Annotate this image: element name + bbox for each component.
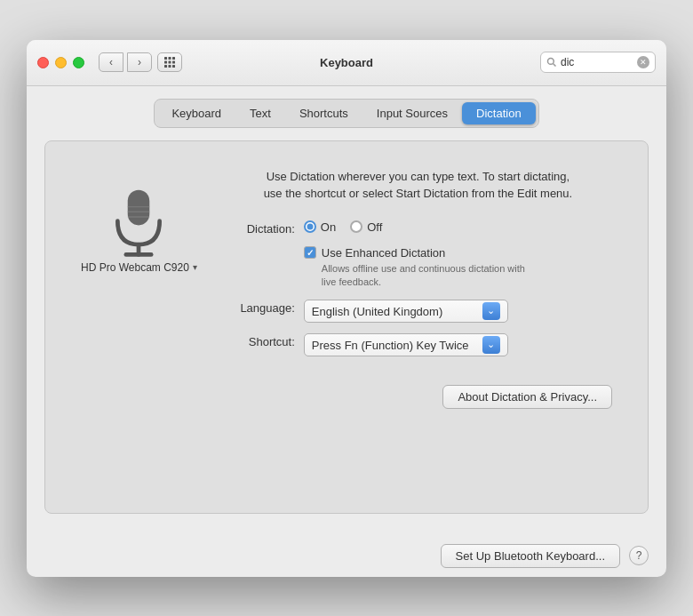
main-panel: HD Pro Webcam C920 ▾ Use Dictation where… [44, 140, 649, 514]
dictation-off-radio[interactable] [350, 220, 362, 233]
tab-input-sources[interactable]: Input Sources [362, 102, 462, 124]
settings-section: Use Dictation wherever you can type text… [224, 168, 612, 368]
content-area: Keyboard Text Shortcuts Input Sources Di… [27, 86, 666, 532]
tab-shortcuts[interactable]: Shortcuts [285, 102, 362, 124]
dictation-content: HD Pro Webcam C920 ▾ Use Dictation where… [81, 168, 612, 368]
tab-keyboard[interactable]: Keyboard [157, 102, 235, 124]
svg-rect-3 [164, 61, 167, 64]
svg-rect-1 [169, 57, 171, 60]
svg-rect-4 [169, 61, 171, 64]
search-icon [546, 57, 557, 68]
dictation-on-option[interactable]: On [304, 220, 336, 234]
dictation-toggle-row: Dictation: On Off [224, 220, 612, 236]
svg-rect-0 [164, 57, 167, 60]
about-dictation-button[interactable]: About Dictation & Privacy... [442, 385, 612, 409]
language-select[interactable]: English (United Kingdom) [304, 300, 508, 323]
shortcut-row: Shortcut: Press Fn (Function) Key Twice [224, 333, 612, 356]
enhanced-spacer [224, 246, 304, 248]
dictation-radio-group: On Off [304, 220, 382, 234]
shortcut-label: Shortcut: [224, 333, 304, 348]
dictation-on-radio[interactable] [304, 220, 316, 233]
svg-rect-7 [169, 65, 171, 68]
setup-bluetooth-button[interactable]: Set Up Bluetooth Keyboard... [441, 544, 620, 568]
shortcut-select[interactable]: Press Fn (Function) Key Twice [304, 333, 508, 356]
search-bar[interactable]: ✕ [540, 52, 656, 73]
microphone-icon [108, 186, 170, 261]
tab-text[interactable]: Text [235, 102, 285, 124]
footer-right: Set Up Bluetooth Keyboard... ? [441, 544, 649, 568]
svg-point-9 [548, 59, 554, 65]
help-button[interactable]: ? [629, 546, 649, 565]
about-button-container: About Dictation & Privacy... [81, 385, 612, 409]
enhanced-dictation-row: Use Enhanced Dictation Allows offline us… [224, 246, 612, 290]
description-text: Use Dictation wherever you can type text… [224, 168, 612, 203]
language-label: Language: [224, 300, 304, 315]
svg-rect-11 [128, 189, 150, 225]
traffic-lights [37, 57, 84, 68]
enhanced-checkbox-container: Use Enhanced Dictation Allows offline us… [304, 246, 525, 290]
back-button[interactable]: ‹ [99, 52, 123, 72]
svg-line-10 [554, 64, 556, 67]
maximize-button[interactable] [73, 57, 84, 68]
nav-buttons: ‹ › [99, 52, 152, 72]
language-select-arrow-icon [482, 302, 500, 320]
dictation-label: Dictation: [224, 220, 304, 236]
mic-section: HD Pro Webcam C920 ▾ [81, 168, 197, 274]
grid-button[interactable] [157, 52, 182, 72]
close-button[interactable] [37, 57, 49, 68]
minimize-button[interactable] [55, 57, 67, 68]
main-window: ‹ › Keyboard ✕ [27, 40, 666, 577]
search-input[interactable] [561, 56, 637, 68]
svg-rect-5 [172, 61, 175, 64]
window-title: Keyboard [320, 56, 373, 69]
svg-rect-6 [164, 65, 167, 68]
svg-rect-2 [172, 57, 175, 60]
language-row: Language: English (United Kingdom) [224, 300, 612, 323]
forward-button[interactable]: › [127, 52, 152, 72]
enhanced-dictation-checkbox[interactable] [304, 246, 316, 259]
enhanced-dictation-description: Allows offline use and continuous dictat… [322, 262, 525, 290]
mic-device-label[interactable]: HD Pro Webcam C920 ▾ [81, 261, 197, 274]
search-clear-button[interactable]: ✕ [637, 56, 649, 68]
enhanced-dictation-option[interactable]: Use Enhanced Dictation [304, 246, 525, 260]
mic-chevron-icon: ▾ [193, 262, 197, 272]
footer: Set Up Bluetooth Keyboard... ? [27, 532, 666, 577]
tabs: Keyboard Text Shortcuts Input Sources Di… [154, 99, 538, 128]
shortcut-select-arrow-icon [482, 336, 500, 354]
svg-rect-8 [172, 65, 175, 68]
titlebar: ‹ › Keyboard ✕ [27, 40, 666, 86]
tab-dictation[interactable]: Dictation [462, 102, 536, 124]
dictation-off-option[interactable]: Off [350, 220, 382, 234]
